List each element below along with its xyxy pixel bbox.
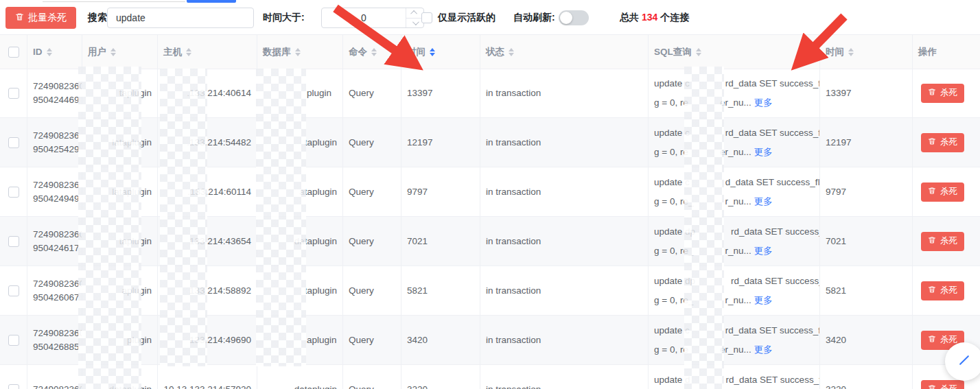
sort-time2[interactable]: [848, 48, 854, 56]
sort-user[interactable]: [110, 48, 116, 56]
sort-host[interactable]: [186, 48, 191, 56]
header-sql: SQL查询: [649, 35, 820, 69]
cell-time: 13397: [401, 69, 480, 118]
row-checkbox[interactable]: [8, 88, 19, 99]
auto-refresh-toggle[interactable]: [559, 10, 589, 25]
row-checkbox[interactable]: [8, 335, 19, 346]
cell-time: 12197: [401, 118, 480, 167]
header-command: 命令: [343, 35, 401, 69]
cell-user: taplugin: [82, 217, 158, 266]
select-all-checkbox[interactable]: [8, 47, 19, 58]
cell-command: Query: [343, 69, 401, 118]
cell-state: in transaction: [480, 118, 649, 167]
cell-database: plugin: [257, 69, 343, 118]
header-select-all: [0, 35, 27, 69]
cell-state: in transaction: [480, 316, 649, 365]
kill-button[interactable]: 杀死: [921, 281, 964, 300]
cell-command: Query: [343, 167, 401, 217]
more-link[interactable]: 更多: [754, 344, 773, 355]
kill-button[interactable]: 杀死: [921, 182, 964, 202]
table-body: 7249082360950424469 taplugin .133.214:40…: [0, 69, 980, 389]
trash-icon: [928, 88, 936, 98]
cell-time2: 7021: [820, 217, 913, 266]
cell-sql: update dprd_data SET success_fla g = 0, …: [649, 266, 820, 316]
cell-time: 7021: [401, 217, 480, 266]
cell-database: taplugin: [257, 118, 343, 167]
table-row: 7249082360950426067 aplugin 133.214:5889…: [0, 266, 980, 316]
row-checkbox[interactable]: [8, 285, 19, 296]
trash-icon: [928, 236, 936, 246]
cell-user: lataplugin: [82, 118, 158, 167]
row-checkbox[interactable]: [8, 187, 19, 198]
total-prefix: 总共: [620, 12, 639, 23]
trash-icon: [928, 384, 936, 389]
cell-database: dataplugin: [257, 365, 343, 389]
more-link[interactable]: 更多: [754, 246, 773, 256]
header-actions: 操作: [913, 35, 980, 69]
more-link[interactable]: 更多: [754, 97, 773, 108]
cell-time2: 5821: [820, 266, 913, 316]
sort-id[interactable]: [47, 48, 52, 56]
auto-refresh-label: 自动刷新:: [513, 12, 555, 24]
table-row: 724908236950425429 lataplugin .133.214:5…: [0, 118, 980, 167]
kill-button[interactable]: 杀死: [921, 133, 964, 152]
cell-user: aplugin: [82, 266, 158, 316]
trash-icon: [928, 137, 936, 148]
more-link[interactable]: 更多: [754, 295, 773, 305]
time-filter-value[interactable]: 0: [322, 8, 406, 27]
cell-user: lataplugin: [82, 167, 158, 217]
header-host: 主机: [158, 35, 257, 69]
cell-sql: update crd_data SET success_fla g = 0, r…: [649, 316, 820, 365]
cell-user: plugin: [82, 316, 158, 365]
cell-id: 724908236950424949: [27, 167, 82, 217]
cell-time2: 3220: [820, 365, 913, 389]
cell-host: 10.13.133.214:57920: [158, 365, 257, 389]
cell-id: 7249082360: [27, 365, 82, 389]
table-row: 7249082360950426885 plugin 133.214:49690…: [0, 316, 980, 365]
cell-state: in transaction: [480, 167, 649, 217]
chevron-down-icon: [412, 19, 419, 25]
kill-button[interactable]: 杀死: [921, 380, 964, 389]
active-only-checkbox[interactable]: [421, 12, 432, 23]
cell-host: .133.214:54482: [158, 118, 257, 167]
pencil-icon: [957, 353, 971, 370]
row-checkbox[interactable]: [8, 137, 19, 148]
cell-state: in transaction: [480, 217, 649, 266]
sort-state[interactable]: [509, 48, 514, 56]
cell-state: in transaction: [480, 69, 649, 118]
cell-database: ataplugin: [257, 167, 343, 217]
cell-host: 133.214:58892: [158, 266, 257, 316]
trash-icon: [928, 335, 936, 345]
cell-id: 7249082360950424617: [27, 217, 82, 266]
search-input[interactable]: [107, 8, 254, 28]
cell-actions: 杀死: [913, 266, 980, 316]
kill-button[interactable]: 杀死: [921, 84, 964, 103]
toggle-knob: [560, 12, 572, 24]
row-checkbox[interactable]: [8, 236, 19, 247]
table-row: 7249082360950424617 taplugin 133.214:436…: [0, 217, 980, 266]
cell-actions: 杀死: [913, 167, 980, 217]
header-user: 用户: [82, 35, 158, 69]
connections-table: ID 用户 主机 数据库 命令 时间 状态 SQL查询 时间 操作 724908…: [0, 34, 980, 389]
total-suffix: 个连接: [660, 12, 689, 23]
row-checkbox[interactable]: [8, 384, 19, 389]
total-count: 134: [642, 12, 657, 23]
cell-host: 133.214:43654: [158, 217, 257, 266]
header-time: 时间: [401, 35, 480, 69]
cell-actions: 杀死: [913, 118, 980, 167]
cell-actions: 杀死: [913, 69, 980, 118]
sort-command[interactable]: [371, 48, 377, 56]
batch-kill-button[interactable]: 批量杀死: [5, 7, 76, 29]
more-link[interactable]: 更多: [754, 196, 773, 207]
cell-command: Query: [343, 316, 401, 365]
sort-database[interactable]: [295, 48, 301, 56]
kill-button[interactable]: 杀死: [921, 232, 964, 251]
cell-id: 7249082360950426885: [27, 316, 82, 365]
more-link[interactable]: 更多: [754, 147, 773, 157]
header-id: ID: [27, 35, 82, 69]
sort-time-active[interactable]: [430, 48, 435, 56]
floating-edit-button[interactable]: [945, 342, 980, 381]
cell-time: 5821: [401, 266, 480, 316]
sort-sql[interactable]: [696, 48, 701, 56]
time-filter-input[interactable]: 0: [321, 8, 424, 28]
